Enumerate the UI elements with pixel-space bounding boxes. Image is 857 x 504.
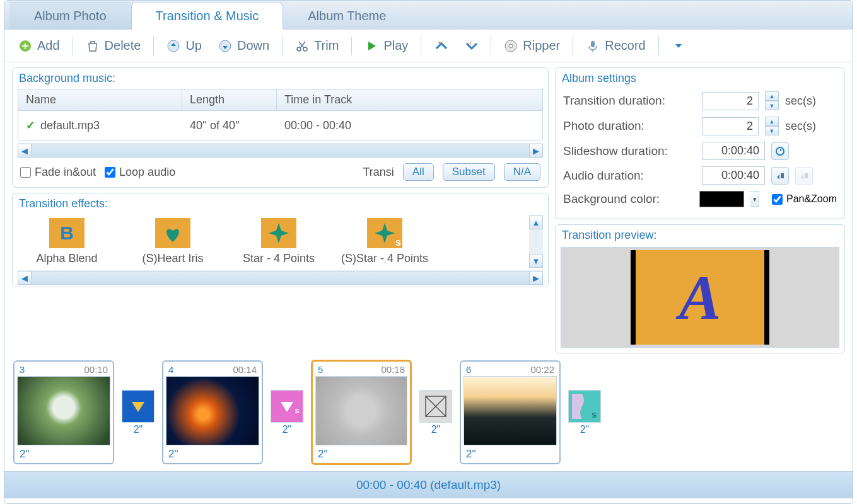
timeline: 300:102" 2" 400:142" s2" 500:182" 2" 600… bbox=[4, 353, 853, 471]
preview-title: Transition preview: bbox=[557, 226, 843, 244]
slide-thumb bbox=[17, 376, 110, 445]
photo-dur-input[interactable] bbox=[702, 117, 759, 135]
transition-4[interactable]: s2" bbox=[568, 390, 601, 435]
slide-6[interactable]: 600:222" bbox=[460, 360, 561, 464]
all-button[interactable]: All bbox=[403, 163, 434, 181]
trans-dur-spinner[interactable]: ▲▼ bbox=[765, 91, 779, 110]
status-bar: 00:00 - 00:40 (default.mp3) bbox=[4, 471, 853, 498]
svg-text:-r: -r bbox=[468, 40, 472, 46]
up-button[interactable]: Up bbox=[160, 35, 208, 57]
check-icon: ✓ bbox=[26, 118, 35, 132]
loop-checkbox[interactable]: Loop audio bbox=[105, 166, 175, 179]
fx-star4[interactable]: Star - 4 Points bbox=[235, 218, 323, 265]
fx-s-star4[interactable]: s(S)Star - 4 Points bbox=[341, 218, 429, 265]
scroll-left-icon[interactable]: ◀ bbox=[18, 144, 32, 158]
scroll-down-icon[interactable]: ▼ bbox=[529, 254, 543, 268]
music-row[interactable]: ✓default.mp3 40'' of 40'' 00:00 - 00:40 bbox=[18, 111, 542, 140]
col-name[interactable]: Name bbox=[18, 89, 182, 110]
record-button[interactable]: Record bbox=[580, 35, 651, 57]
subset-button[interactable]: Subset bbox=[443, 163, 495, 181]
fx-heart-iris[interactable]: (S)Heart Iris bbox=[129, 218, 217, 265]
fx-title: Transition effects: bbox=[14, 195, 547, 213]
tab-album-photo[interactable]: Album Photo bbox=[9, 2, 131, 30]
tab-transition-music[interactable]: Transition & Music bbox=[131, 2, 284, 30]
col-time[interactable]: Time in Track bbox=[277, 89, 542, 110]
trans-dur-label: Transition duration: bbox=[563, 94, 696, 108]
music-scrollbar[interactable]: ◀▶ bbox=[18, 143, 543, 158]
ripper-button[interactable]: Ripper bbox=[498, 35, 566, 57]
album-settings-panel: Album settings Transition duration:▲▼sec… bbox=[555, 67, 845, 219]
slide-thumb bbox=[315, 376, 407, 445]
na-button[interactable]: N/A bbox=[504, 163, 540, 181]
transition-1[interactable]: 2" bbox=[122, 390, 154, 435]
sync-audio-button[interactable] bbox=[771, 167, 789, 185]
panzoom-checkbox[interactable]: Pan&Zoom bbox=[772, 193, 837, 205]
down-icon bbox=[218, 39, 232, 53]
play-label: Play bbox=[383, 38, 408, 53]
fx-vscroll[interactable]: ▲▼ bbox=[529, 215, 543, 268]
slide-5[interactable]: 500:182" bbox=[311, 360, 412, 465]
bgcolor-dropdown[interactable]: ▾ bbox=[750, 191, 759, 207]
up-icon bbox=[166, 39, 180, 53]
col-length[interactable]: Length bbox=[182, 89, 277, 110]
transition-2[interactable]: s2" bbox=[271, 390, 303, 435]
trim-label: Trim bbox=[314, 38, 339, 53]
slide-thumb bbox=[463, 376, 557, 445]
slide-dur-value: 0:00:40 bbox=[702, 142, 765, 160]
more-button[interactable] bbox=[665, 35, 692, 57]
add-button[interactable]: Add bbox=[12, 35, 66, 57]
fade-checkbox[interactable]: Fade in&out bbox=[20, 166, 96, 179]
zoom-in-button[interactable]: +r bbox=[428, 35, 454, 57]
preview-panel: Transition preview: A bbox=[555, 224, 845, 353]
background-music-panel: Background music: Name Length Time in Tr… bbox=[12, 67, 549, 188]
transition-effects-panel: Transition effects: BAlpha Blend (S)Hear… bbox=[12, 193, 549, 287]
disc-icon bbox=[504, 39, 518, 53]
record-label: Record bbox=[605, 38, 645, 53]
fx-hscroll[interactable]: ◀▶ bbox=[18, 270, 543, 285]
scroll-right-icon[interactable]: ▶ bbox=[529, 144, 543, 158]
trash-icon bbox=[86, 39, 100, 53]
zoom-in-icon: +r bbox=[434, 39, 448, 53]
audio-dur-value: 0:00:40 bbox=[702, 166, 765, 185]
delete-label: Delete bbox=[105, 38, 141, 53]
bg-music-title: Background music: bbox=[14, 69, 547, 88]
chevron-down-icon bbox=[672, 39, 685, 53]
bgcolor-swatch[interactable] bbox=[699, 191, 744, 207]
slide-4[interactable]: 400:142" bbox=[162, 360, 263, 464]
audio-dur-label: Audio duration: bbox=[563, 169, 696, 183]
zoom-out-button[interactable]: -r bbox=[458, 35, 484, 57]
toolbar: Add Delete Up Down Trim Play +r -r Rippe… bbox=[4, 30, 853, 62]
main-tabs: Album Photo Transition & Music Album The… bbox=[4, 1, 853, 30]
down-label: Down bbox=[237, 38, 269, 53]
refresh-button[interactable] bbox=[771, 142, 789, 160]
transition-label: Transi bbox=[363, 166, 394, 179]
fx-alpha-blend[interactable]: BAlpha Blend bbox=[23, 218, 111, 265]
add-icon bbox=[18, 39, 32, 53]
delete-button[interactable]: Delete bbox=[79, 35, 148, 57]
transition-3[interactable]: 2" bbox=[419, 390, 452, 435]
slide-thumb bbox=[166, 376, 259, 445]
slide-dur-label: Slideshow duration: bbox=[563, 144, 696, 158]
sync-audio-button-2[interactable] bbox=[795, 167, 813, 185]
scroll-left-icon[interactable]: ◀ bbox=[18, 271, 32, 285]
music-time: 00:00 - 00:40 bbox=[277, 115, 542, 136]
slide-3[interactable]: 300:102" bbox=[13, 360, 114, 464]
bgcolor-label: Background color: bbox=[563, 192, 693, 206]
photo-dur-spinner[interactable]: ▲▼ bbox=[765, 117, 779, 135]
zoom-out-icon: -r bbox=[464, 39, 478, 53]
ripper-label: Ripper bbox=[523, 38, 560, 53]
down-button[interactable]: Down bbox=[212, 35, 276, 57]
preview-area: A bbox=[561, 247, 839, 348]
svg-rect-9 bbox=[591, 41, 595, 47]
svg-text:+r: +r bbox=[438, 40, 443, 46]
play-icon bbox=[364, 39, 378, 53]
add-label: Add bbox=[37, 38, 60, 53]
trans-dur-input[interactable] bbox=[702, 92, 759, 110]
trim-button[interactable]: Trim bbox=[289, 35, 345, 57]
play-button[interactable]: Play bbox=[358, 35, 414, 57]
tab-album-theme[interactable]: Album Theme bbox=[283, 2, 411, 30]
scissors-icon bbox=[295, 39, 309, 53]
scroll-up-icon[interactable]: ▲ bbox=[529, 215, 543, 229]
music-length: 40'' of 40'' bbox=[182, 115, 277, 136]
scroll-right-icon[interactable]: ▶ bbox=[529, 271, 543, 285]
